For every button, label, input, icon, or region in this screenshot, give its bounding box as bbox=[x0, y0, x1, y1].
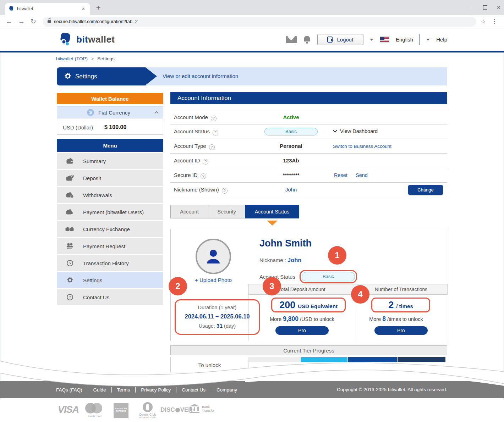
sidebar-item-summary[interactable]: Summary bbox=[57, 153, 163, 169]
diners-club-logo: Diners Club INTERNATIONAL bbox=[138, 402, 158, 418]
logout-label: Logout bbox=[337, 37, 353, 43]
transactions-unit: / times bbox=[396, 303, 413, 309]
duration-title: Duration (1 year) bbox=[176, 305, 259, 310]
brand-bit: bit bbox=[76, 34, 88, 45]
browser-tab-strip: bitwallet bbox=[0, 0, 504, 15]
browser-menu-icon[interactable] bbox=[486, 18, 499, 25]
favicon-bitwallet bbox=[9, 6, 14, 12]
help-icon[interactable] bbox=[222, 188, 228, 194]
sidebar-item-label: Contact Us bbox=[83, 294, 109, 300]
footer-link-company[interactable]: Company bbox=[211, 387, 242, 393]
bitwallet-logo[interactable]: bitwallet bbox=[59, 32, 115, 46]
usage-unit: (day) bbox=[224, 323, 236, 329]
tab-account-status[interactable]: Account Status bbox=[245, 205, 299, 218]
send-link[interactable]: Send bbox=[356, 172, 368, 178]
mastercard-logo: mastercard bbox=[85, 403, 105, 418]
banner-subtitle: View or edit account information bbox=[163, 73, 238, 79]
amex-logo: AMERICANEXPRESS bbox=[114, 403, 128, 418]
tab-account[interactable]: Account bbox=[170, 205, 208, 218]
account-mode-value: Active bbox=[261, 114, 321, 120]
notification-bell-icon[interactable] bbox=[303, 36, 311, 44]
url-field[interactable]: secure.bitwallet.com/configuration?tab=2 bbox=[43, 17, 476, 27]
sidebar-item-contact-us[interactable]: ? Contact Us bbox=[57, 289, 163, 305]
withdrawals-icon: $ bbox=[65, 191, 75, 199]
help-icon[interactable] bbox=[201, 173, 206, 179]
language-selector[interactable]: English bbox=[396, 37, 413, 43]
footer-link-guide[interactable]: Guide bbox=[88, 387, 111, 393]
footer-link-privacy[interactable]: Privacy Policy bbox=[136, 387, 176, 393]
pro-button-deposit[interactable]: Pro bbox=[275, 326, 329, 335]
fiat-currency-toggle[interactable]: $ Fiat Currency bbox=[57, 106, 163, 118]
progress-segment-blue bbox=[347, 357, 397, 362]
settings-banner: Settings View or edit account informatio… bbox=[57, 67, 447, 85]
deposit-unit: USD Equivalent bbox=[298, 303, 338, 309]
help-menu[interactable]: Help bbox=[436, 37, 447, 43]
secure-id-value: ******** bbox=[261, 172, 321, 178]
switch-business-link[interactable]: Switch to Business Account bbox=[333, 144, 391, 149]
forward-icon[interactable] bbox=[18, 18, 25, 26]
tab-close-icon[interactable] bbox=[80, 6, 87, 12]
tab-security[interactable]: Security bbox=[208, 205, 245, 218]
breadcrumb: bitwallet (TOP) > Settings bbox=[56, 56, 115, 61]
nickname-value: John bbox=[261, 187, 321, 193]
footer-link-faq[interactable]: FAQs (FAQ) bbox=[56, 387, 88, 393]
us-flag-icon bbox=[380, 37, 389, 43]
account-id-label: Account ID bbox=[174, 157, 200, 163]
nickname-label: Nickname (Shown) bbox=[174, 187, 219, 193]
sidebar-item-deposit[interactable]: Deposit bbox=[57, 170, 163, 186]
row-account-type: Account Type Personal Switch to Business… bbox=[170, 139, 447, 154]
row-account-mode: Account Mode Active bbox=[170, 110, 447, 124]
help-caret-icon[interactable] bbox=[426, 39, 430, 41]
footer-link-terms[interactable]: Terms bbox=[112, 387, 136, 393]
help-icon[interactable] bbox=[213, 130, 218, 135]
window-minimize-icon[interactable] bbox=[470, 4, 474, 11]
sidebar-item-currency-exchange[interactable]: Currency Exchange bbox=[57, 221, 163, 237]
profile-name: John Smith bbox=[259, 238, 312, 249]
deposit-more-suffix: /USD to unlock bbox=[300, 316, 334, 322]
callout-1: 1 bbox=[328, 246, 346, 265]
sidebar-item-withdrawals[interactable]: $ Withdrawals bbox=[57, 187, 163, 203]
annotation-outline-duration: Duration (1 year) 2024.06.11 ~ 2025.06.1… bbox=[175, 299, 260, 335]
account-type-label: Account Type bbox=[174, 143, 206, 149]
breadcrumb-home-link[interactable]: bitwallet (TOP) bbox=[56, 56, 88, 61]
window-maximize-icon[interactable] bbox=[483, 5, 487, 10]
sidebar-item-payment[interactable]: Payment (bitwallet Users) bbox=[57, 204, 163, 220]
help-icon[interactable] bbox=[209, 144, 215, 150]
help-icon[interactable] bbox=[203, 159, 208, 165]
sidebar-item-label: Payment (bitwallet Users) bbox=[83, 209, 144, 215]
dollar-icon: $ bbox=[87, 109, 94, 116]
usage-label: Usage: bbox=[199, 323, 215, 329]
sidebar-item-settings[interactable]: Settings bbox=[57, 272, 163, 288]
row-secure-id: Secure ID ******** Reset Send bbox=[170, 168, 447, 183]
sidebar-item-label: Currency Exchange bbox=[83, 226, 130, 232]
breadcrumb-current: Settings bbox=[97, 56, 115, 61]
site-header: bitwallet Logout English Help bbox=[0, 28, 504, 51]
window-close-icon[interactable] bbox=[497, 4, 500, 11]
logout-button[interactable]: Logout bbox=[317, 34, 363, 45]
help-icon[interactable] bbox=[211, 116, 217, 121]
brand-wallet: wallet bbox=[88, 34, 115, 45]
footer-link-contact[interactable]: Contact Us bbox=[176, 387, 211, 393]
tab-bar: Account Security Account Status bbox=[170, 205, 299, 218]
nickname-value: John bbox=[287, 257, 301, 263]
back-icon[interactable] bbox=[6, 18, 12, 26]
sidebar-item-transaction-history[interactable]: Transaction History bbox=[57, 255, 163, 271]
bookmark-star-icon[interactable] bbox=[476, 18, 486, 25]
sidebar-item-payment-request[interactable]: Payment Request bbox=[57, 238, 163, 254]
view-dashboard-link[interactable]: View Dashboard bbox=[334, 128, 378, 134]
language-caret-icon[interactable] bbox=[370, 39, 373, 41]
tier-progress-header: Current Tier Progress bbox=[170, 345, 447, 355]
transactions-more-suffix: /times to unlock bbox=[387, 316, 423, 322]
change-button[interactable]: Change bbox=[408, 185, 443, 195]
browser-tab[interactable]: bitwallet bbox=[5, 3, 90, 15]
reset-link[interactable]: Reset bbox=[334, 172, 347, 178]
mail-icon[interactable] bbox=[286, 36, 297, 43]
pro-button-transactions[interactable]: Pro bbox=[374, 326, 428, 335]
reload-icon[interactable] bbox=[31, 17, 36, 26]
bank-icon bbox=[189, 404, 200, 413]
chevron-down-icon bbox=[333, 128, 337, 132]
bank-transfer-logo: BankTransfer bbox=[189, 404, 214, 413]
deposit-amount: 200 bbox=[279, 299, 295, 311]
logout-icon bbox=[327, 37, 333, 43]
new-tab-button[interactable] bbox=[93, 3, 104, 13]
